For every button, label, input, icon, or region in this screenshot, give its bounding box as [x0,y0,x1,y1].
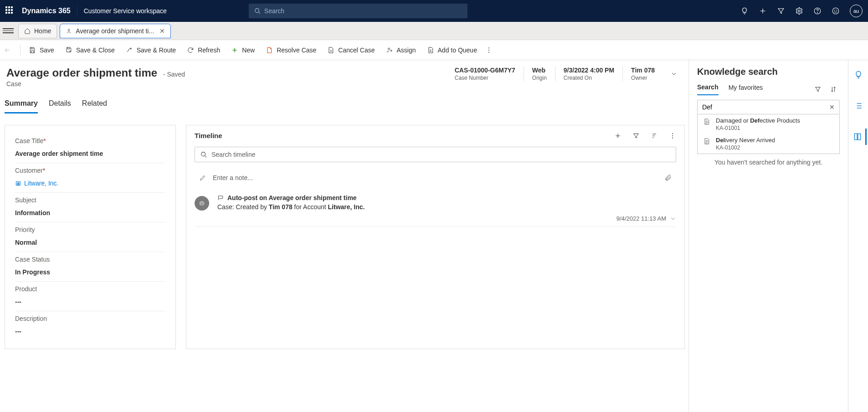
field-status[interactable]: Case Status In Progress [15,252,165,282]
svg-point-13 [388,48,390,50]
attach-button[interactable] [664,174,672,181]
timeline-sort-button[interactable] [651,132,658,139]
entity-name: Case [6,80,185,88]
product-value: --- [15,298,165,305]
field-priority[interactable]: Priority Normal [15,222,165,252]
cancel-button[interactable]: Cancel Case [323,44,379,57]
result-id: KA-01001 [716,125,800,131]
refresh-icon [187,46,194,54]
tab-case[interactable]: Average order shipment ti... ✕ [60,24,171,38]
save-close-button[interactable]: Save & Close [61,44,119,57]
save-status: - Saved [163,71,185,78]
filter-icon[interactable] [777,7,785,15]
svg-point-7 [832,8,839,14]
tab-details[interactable]: Details [49,99,71,113]
timeline-entry[interactable]: Auto-post on Average order shipment time… [195,194,676,227]
knowledge-empty-text: You haven't searched for anything yet. [697,159,840,166]
knowledge-search-input[interactable]: ✕ [697,100,840,114]
status-value: In Progress [15,268,165,276]
book-icon [853,132,862,141]
overflow-button[interactable] [483,44,494,57]
rail-smart-assist[interactable] [850,67,867,83]
field-subject[interactable]: Subject Information [15,193,165,222]
knowledge-query-field[interactable] [702,103,829,111]
timeline-add-button[interactable] [614,132,621,139]
field-case-title[interactable]: Case Title* Average order shipment time [15,134,165,163]
command-bar: Save Save & Close Save & Route Refresh N… [0,40,868,60]
tab-home[interactable]: Home [18,24,57,38]
product-label: Product [15,285,37,293]
save-icon [29,46,36,54]
home-icon [24,28,31,34]
knowledge-sort-button[interactable] [830,86,837,93]
result-title: Damaged or Defective Products [716,117,800,124]
entry-body: Case: Created by Tim 078 for Account Lit… [217,203,676,211]
new-button[interactable]: New [226,44,259,57]
description-label: Description [15,315,47,322]
help-icon[interactable] [813,7,822,15]
lightbulb-icon [854,70,863,79]
case-title-value: Average order shipment time [15,150,165,157]
tab-related[interactable]: Related [82,99,107,113]
gear-icon[interactable] [795,7,803,15]
assign-button[interactable]: Assign [381,44,421,57]
owner-value: Tim 078 [631,67,655,74]
cancel-label: Cancel Case [338,46,375,54]
clear-search-icon[interactable]: ✕ [829,103,835,111]
lightbulb-icon[interactable] [740,7,749,15]
timeline-filter-button[interactable] [632,132,640,139]
resolve-button[interactable]: Resolve Case [261,44,321,57]
knowledge-panel: Knowledge search Search My favorites ✕ D… [688,60,848,412]
smiley-icon[interactable] [832,7,840,15]
pencil-icon [199,174,206,181]
global-search[interactable]: Search [249,4,467,18]
header-expand-button[interactable] [663,67,683,77]
createdon-label: Created On [564,75,614,81]
knowledge-result-row[interactable]: Damaged or Defective Products KA-01001 [698,114,839,134]
tab-summary[interactable]: Summary [5,99,38,113]
timeline-search[interactable]: Search timeline [195,147,676,162]
save-label: Save [40,46,54,54]
svg-point-8 [834,10,835,10]
search-icon [254,8,261,14]
rail-agent-scripts[interactable] [850,98,867,114]
priority-label: Priority [15,226,35,233]
knowledge-filter-button[interactable] [814,86,822,93]
close-tab-icon[interactable]: ✕ [159,27,165,35]
origin-value: Web [532,67,547,74]
timeline-title: Timeline [195,132,222,139]
save-button[interactable]: Save [24,44,59,57]
chevron-down-icon[interactable] [670,216,676,222]
queue-button[interactable]: Add to Queue [422,44,482,57]
svg-point-9 [837,10,837,10]
rail-knowledge[interactable] [850,129,867,145]
result-id: KA-01002 [716,144,775,151]
article-icon [703,138,710,145]
save-route-button[interactable]: Save & Route [121,44,180,57]
status-label: Case Status [15,256,50,263]
chat-icon [217,195,224,201]
knowledge-result-row[interactable]: Delivery Never Arrived KA-01002 [698,134,839,154]
app-launcher-icon[interactable] [5,6,15,15]
case-number-label: Case Number [455,75,515,81]
knowledge-tab-search[interactable]: Search [697,83,719,95]
field-customer[interactable]: Customer* Litware, Inc. [15,163,165,193]
save-close-icon [65,46,72,54]
field-product[interactable]: Product --- [15,282,165,311]
user-avatar[interactable]: au [850,5,863,17]
queue-icon [427,46,434,54]
timeline-search-placeholder: Search timeline [211,151,256,158]
customer-value[interactable]: Litware, Inc. [15,180,165,187]
field-description[interactable]: Description --- [15,311,165,340]
subject-value: Information [15,209,165,216]
hamburger-icon[interactable] [3,26,14,36]
svg-point-0 [255,9,259,13]
svg-point-23 [201,152,205,156]
knowledge-tab-favorites[interactable]: My favorites [729,84,763,95]
priority-value: Normal [15,239,165,246]
refresh-button[interactable]: Refresh [182,44,225,57]
plus-icon[interactable] [759,7,767,15]
timeline-more-button[interactable] [669,132,676,139]
tab-home-label: Home [34,27,51,35]
timeline-note-input[interactable]: Enter a note... [195,170,676,186]
